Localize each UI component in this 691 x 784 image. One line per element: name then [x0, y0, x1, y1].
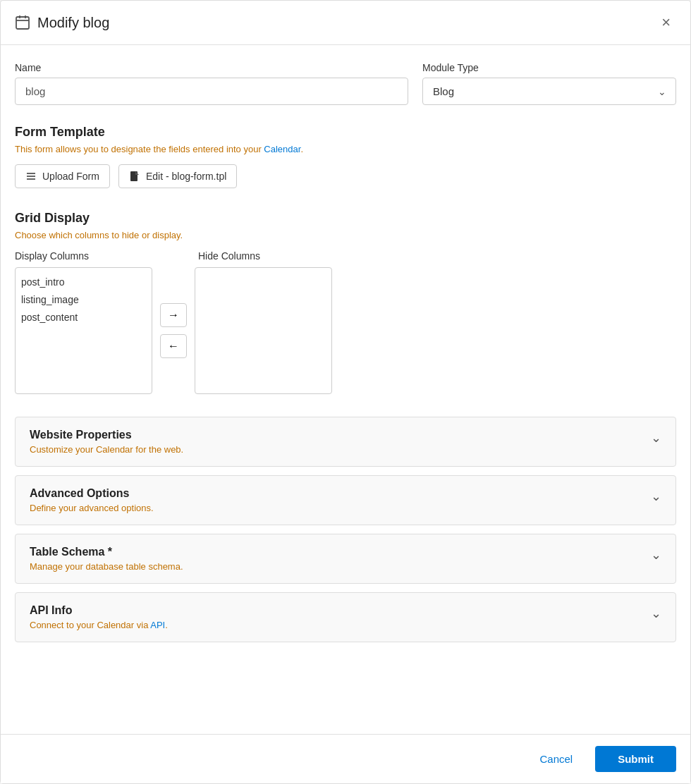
chevron-down-icon: ⌄ — [651, 547, 661, 563]
name-module-row: Name Module Type Blog Calendar News Gall… — [15, 62, 676, 105]
name-label: Name — [15, 62, 408, 73]
edit-form-button[interactable]: Edit - blog-form.tpl — [118, 164, 237, 188]
list-item: post_intro — [21, 274, 146, 291]
hide-columns-label: Hide Columns — [198, 250, 260, 262]
columns-label-row: Display Columns Hide Columns — [15, 250, 676, 262]
upload-form-button[interactable]: Upload Form — [15, 164, 110, 188]
module-type-group: Module Type Blog Calendar News Gallery ⌄ — [422, 62, 676, 105]
advanced-options-title: Advanced Options — [30, 487, 154, 500]
api-info-title: API Info — [30, 604, 168, 617]
advanced-options-accordion: Advanced Options Define your advanced op… — [15, 475, 676, 525]
advanced-options-content: Advanced Options Define your advanced op… — [30, 487, 154, 513]
table-schema-content: Table Schema * Manage your database tabl… — [30, 546, 183, 572]
dialog-title: Modify blog — [15, 15, 109, 31]
table-schema-desc: Manage your database table schema. — [30, 561, 183, 572]
display-columns-label: Display Columns — [15, 250, 156, 262]
close-button[interactable]: × — [656, 12, 676, 33]
arrow-right-icon: → — [168, 309, 179, 321]
website-properties-desc: Customize your Calendar for the web. — [30, 444, 183, 455]
website-properties-title: Website Properties — [30, 429, 183, 441]
api-info-accordion: API Info Connect to your Calendar via AP… — [15, 592, 676, 642]
module-type-label: Module Type — [422, 62, 676, 73]
submit-button[interactable]: Submit — [595, 746, 676, 772]
table-schema-header[interactable]: Table Schema * Manage your database tabl… — [16, 534, 675, 583]
name-group: Name — [15, 62, 408, 105]
hide-columns-list[interactable] — [195, 267, 332, 394]
calendar-link[interactable]: Calendar — [264, 144, 300, 154]
svg-rect-0 — [16, 17, 29, 29]
advanced-options-header[interactable]: Advanced Options Define your advanced op… — [16, 476, 675, 525]
api-info-desc: Connect to your Calendar via API. — [30, 620, 168, 630]
module-type-select-wrapper: Blog Calendar News Gallery ⌄ — [422, 78, 676, 105]
dialog-footer: Cancel Submit — [1, 734, 690, 783]
advanced-options-desc: Define your advanced options. — [30, 503, 154, 513]
dialog-body: Name Module Type Blog Calendar News Gall… — [1, 45, 690, 734]
display-columns-list[interactable]: post_intro listing_image post_content — [15, 267, 152, 394]
list-item: listing_image — [21, 291, 146, 309]
col-arrow-group: → ← — [152, 267, 195, 394]
table-schema-accordion: Table Schema * Manage your database tabl… — [15, 534, 676, 584]
list-icon — [25, 171, 37, 182]
form-template-section: Form Template This form allows you to de… — [15, 125, 676, 188]
calendar-icon — [15, 15, 30, 30]
modify-blog-dialog: Modify blog × Name Module Type Blog Cale… — [0, 0, 691, 784]
website-properties-content: Website Properties Customize your Calend… — [30, 429, 183, 455]
name-input[interactable] — [15, 78, 408, 105]
chevron-down-icon: ⌄ — [651, 606, 661, 621]
form-template-buttons: Upload Form Edit - blog-form.tpl — [15, 164, 676, 188]
api-info-content: API Info Connect to your Calendar via AP… — [30, 604, 168, 630]
dialog-header: Modify blog × — [1, 1, 690, 45]
move-right-button[interactable]: → — [160, 303, 187, 327]
grid-display-desc-text: Choose which columns to hide or display. — [15, 230, 183, 240]
form-template-desc: This form allows you to designate the fi… — [15, 144, 676, 154]
move-left-button[interactable]: ← — [160, 334, 187, 358]
table-schema-title: Table Schema * — [30, 546, 183, 558]
chevron-down-icon: ⌄ — [651, 430, 661, 446]
website-properties-accordion: Website Properties Customize your Calend… — [15, 417, 676, 467]
api-link[interactable]: API — [150, 620, 165, 630]
upload-form-label: Upload Form — [42, 171, 99, 182]
cancel-button[interactable]: Cancel — [528, 747, 584, 771]
grid-display-section: Grid Display Choose which columns to hid… — [15, 211, 676, 394]
module-type-select[interactable]: Blog Calendar News Gallery — [422, 78, 676, 105]
file-icon — [129, 171, 140, 182]
grid-display-desc: Choose which columns to hide or display. — [15, 230, 676, 240]
arrow-left-icon: ← — [168, 340, 179, 353]
list-item: post_content — [21, 309, 146, 326]
api-info-header[interactable]: API Info Connect to your Calendar via AP… — [16, 593, 675, 642]
form-template-title: Form Template — [15, 125, 676, 140]
dialog-title-text: Modify blog — [37, 15, 109, 31]
website-properties-header[interactable]: Website Properties Customize your Calend… — [16, 417, 675, 466]
chevron-down-icon: ⌄ — [651, 489, 661, 504]
edit-form-label: Edit - blog-form.tpl — [146, 171, 226, 182]
grid-display-title: Grid Display — [15, 211, 676, 226]
columns-control-row: post_intro listing_image post_content → … — [15, 267, 676, 394]
